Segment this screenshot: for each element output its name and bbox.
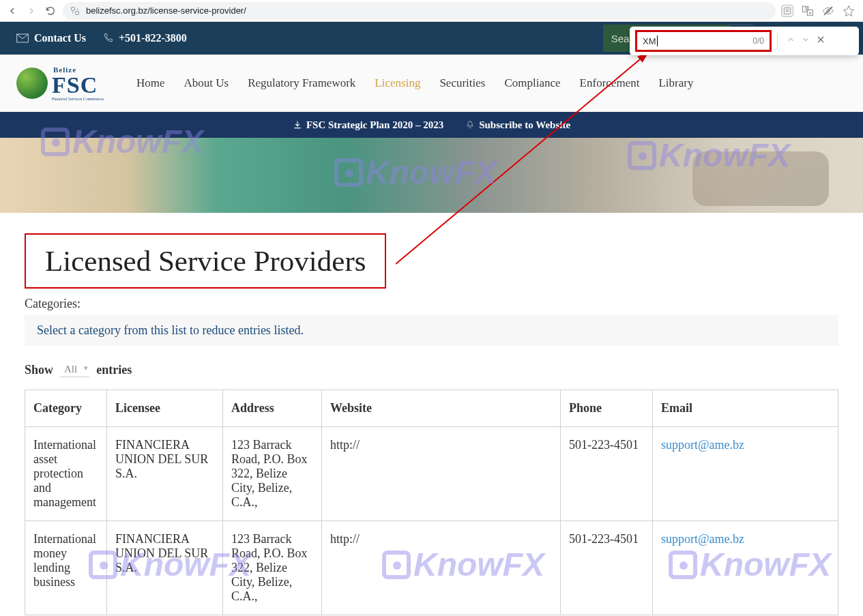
- subscribe-link[interactable]: Subscribe to Website: [465, 119, 570, 131]
- svg-rect-0: [72, 7, 75, 10]
- arrow-right-icon: [26, 5, 37, 16]
- nav-compliance[interactable]: Compliance: [504, 76, 560, 90]
- providers-table: Category Licensee Address Website Phone …: [25, 390, 838, 615]
- find-next-button[interactable]: [798, 35, 813, 47]
- email-link[interactable]: support@ame.bz: [661, 438, 744, 452]
- bookmark-star-icon[interactable]: [843, 5, 855, 17]
- strategic-plan-link[interactable]: FSC Strategic Plan 2020 – 2023: [293, 119, 443, 131]
- cell-category: International money lending business: [25, 521, 107, 615]
- cell-category: International asset protection and manag…: [25, 427, 107, 521]
- cell-phone: 501-223-4501: [561, 521, 653, 615]
- svg-rect-1: [76, 11, 79, 14]
- incognito-blocked-icon[interactable]: [822, 5, 834, 17]
- forward-button[interactable]: [25, 4, 38, 18]
- nav-regulatory[interactable]: Regulatory Framework: [248, 76, 355, 90]
- cell-licensee: FINANCIERA UNION DEL SUR S.A.: [107, 427, 223, 521]
- show-label: Show: [25, 363, 53, 377]
- th-phone[interactable]: Phone: [561, 390, 653, 427]
- nav-about[interactable]: About Us: [184, 76, 229, 90]
- browser-chrome-bar: belizefsc.org.bz/license-service-provide…: [0, 0, 863, 22]
- nav-library[interactable]: Library: [658, 76, 693, 90]
- cell-email: support@ame.bz: [653, 521, 838, 615]
- phone-icon: [102, 33, 113, 44]
- cell-website: http://: [322, 427, 561, 521]
- entries-select[interactable]: All: [60, 362, 89, 377]
- url-text: belizefsc.org.bz/license-service-provide…: [86, 5, 246, 16]
- chevron-down-icon: [801, 35, 810, 44]
- svg-text:文: 文: [804, 6, 808, 11]
- find-input-highlight[interactable]: XM 0/0: [635, 30, 772, 52]
- find-close-button[interactable]: [813, 35, 828, 47]
- nav-licensing[interactable]: Licensing: [375, 76, 420, 90]
- text-caret: [657, 35, 658, 46]
- find-prev-button[interactable]: [783, 35, 798, 47]
- phone-link[interactable]: +501-822-3800: [102, 32, 187, 44]
- envelope-icon: [16, 33, 29, 43]
- entries-control: Show All entries: [25, 362, 838, 377]
- category-select[interactable]: Select a category from this list to redu…: [25, 315, 838, 346]
- svg-text:A: A: [809, 10, 812, 14]
- find-count: 0/0: [752, 36, 764, 46]
- sub-nav: FSC Strategic Plan 2020 – 2023 Subscribe…: [0, 112, 863, 138]
- th-website[interactable]: Website: [322, 390, 561, 427]
- site-logo[interactable]: Belize FSC Financial Services Commission: [16, 66, 104, 101]
- main-nav: Belize FSC Financial Services Commission…: [0, 55, 863, 112]
- close-icon: [816, 35, 825, 44]
- cell-email: support@ame.bz: [653, 427, 838, 521]
- th-address[interactable]: Address: [223, 390, 322, 427]
- categories-label: Categories:: [25, 297, 838, 311]
- phone-number: +501-822-3800: [119, 32, 187, 44]
- nav-enforcement[interactable]: Enforcement: [580, 76, 640, 90]
- th-category[interactable]: Category: [25, 390, 107, 427]
- cell-phone: 501-223-4501: [561, 427, 653, 521]
- browser-actions: 文A: [781, 5, 858, 17]
- site-settings-icon: [70, 5, 81, 16]
- address-bar[interactable]: belizefsc.org.bz/license-service-provide…: [63, 2, 776, 20]
- logo-text: Belize FSC Financial Services Commission: [52, 66, 104, 101]
- back-button[interactable]: [5, 4, 19, 18]
- find-value: XM: [643, 36, 656, 46]
- cell-address: 123 Barrack Road, P.O. Box 322, Belize C…: [223, 427, 322, 521]
- page-title-highlight: Licensed Service Providers: [25, 233, 386, 289]
- email-link[interactable]: support@ame.bz: [661, 532, 744, 546]
- cell-licensee: FINANCIERA UNION DEL SUR S.A.: [107, 521, 223, 615]
- table-row: International money lending business FIN…: [25, 521, 838, 615]
- download-icon: [293, 120, 302, 130]
- reload-icon: [45, 5, 56, 16]
- th-email[interactable]: Email: [653, 390, 838, 427]
- chevron-up-icon: [786, 35, 795, 44]
- svg-rect-4: [784, 8, 790, 14]
- contact-label: Contact Us: [34, 32, 86, 44]
- reader-icon[interactable]: [781, 5, 793, 17]
- find-in-page-bar: XM 0/0: [630, 27, 859, 55]
- translate-icon[interactable]: 文A: [802, 5, 814, 17]
- divider: [777, 33, 778, 48]
- nav-securities[interactable]: Securities: [439, 76, 485, 90]
- logo-globe-icon: [16, 68, 48, 99]
- table-row: International asset protection and manag…: [25, 427, 838, 521]
- contact-link[interactable]: Contact Us: [16, 32, 86, 44]
- hero-banner: [0, 138, 863, 213]
- cell-address: 123 Barrack Road, P.O. Box 322, Belize C…: [223, 521, 322, 615]
- arrow-left-icon: [7, 5, 18, 16]
- cell-website: http://: [322, 521, 561, 615]
- bell-icon: [465, 120, 475, 130]
- nav-home[interactable]: Home: [136, 76, 165, 90]
- page-content: Licensed Service Providers Categories: S…: [0, 213, 863, 615]
- table-header-row: Category Licensee Address Website Phone …: [25, 390, 838, 427]
- th-licensee[interactable]: Licensee: [107, 390, 223, 427]
- page-title: Licensed Service Providers: [45, 244, 366, 278]
- entries-label: entries: [96, 363, 132, 377]
- reload-button[interactable]: [44, 4, 57, 18]
